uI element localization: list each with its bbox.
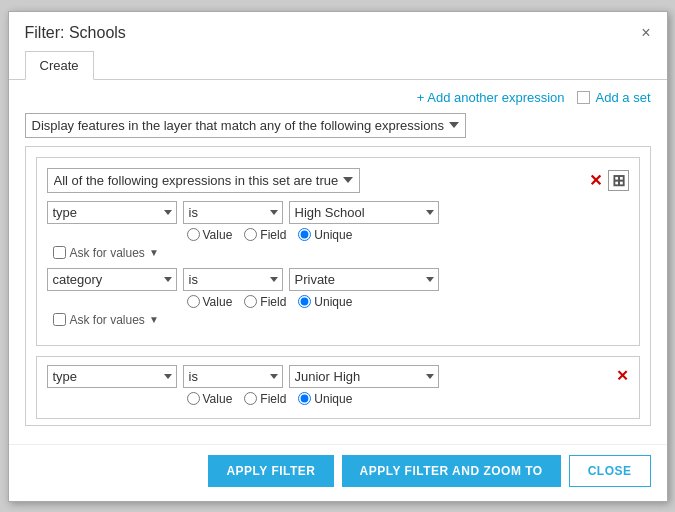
set1-expr1-ask-row: Ask for values ▼ [47, 246, 629, 260]
set1-expr2-radio-unique[interactable]: Unique [298, 295, 352, 309]
set2-expr1-radio-field[interactable]: Field [244, 392, 286, 406]
match-select[interactable]: Display features in the layer that match… [25, 113, 466, 138]
apply-filter-zoom-button[interactable]: APPLY FILTER AND ZOOM TO [342, 455, 561, 487]
close-x-icon[interactable]: × [641, 25, 650, 41]
set2-expr1-radio-unique[interactable]: Unique [298, 392, 352, 406]
set1-expr1-ask-label: Ask for values [70, 246, 145, 260]
set1-expr2-ask-checkbox[interactable] [53, 313, 66, 326]
set2-expr1-op[interactable]: is [183, 365, 283, 388]
dialog-title: Filter: Schools [25, 24, 126, 42]
add-set-checkbox-container: Add a set [577, 90, 651, 105]
set2-remove-icon[interactable]: ✕ [616, 367, 629, 385]
set1-expr1-op[interactable]: is [183, 201, 283, 224]
set1-expr2-radio-group: Value Field Unique [53, 295, 629, 309]
scroll-area: All of the following expressions in this… [25, 146, 651, 426]
apply-filter-button[interactable]: APPLY FILTER [208, 455, 333, 487]
add-set-checkbox[interactable] [577, 91, 590, 104]
tab-create[interactable]: Create [25, 51, 94, 80]
set1-expr2-ask-arrow[interactable]: ▼ [149, 314, 159, 325]
set1-remove-icon[interactable]: ✕ [589, 171, 602, 190]
match-row: Display features in the layer that match… [25, 113, 651, 138]
set2-expr1-row: type is Junior High ✕ [47, 365, 629, 388]
set1-controls: ✕ ⊞ [589, 170, 629, 191]
add-set-button[interactable]: Add a set [596, 90, 651, 105]
set1-expr1-radio-unique[interactable]: Unique [298, 228, 352, 242]
set2-expr1-field[interactable]: type [47, 365, 177, 388]
title-bar: Filter: Schools × [9, 12, 667, 50]
set1-container: All of the following expressions in this… [36, 157, 640, 346]
set1-header: All of the following expressions in this… [47, 168, 629, 193]
set1-expr2-radio-field[interactable]: Field [244, 295, 286, 309]
set1-expr1-radio-group: Value Field Unique [53, 228, 629, 242]
filter-dialog: Filter: Schools × Create + Add another e… [8, 11, 668, 502]
toolbar-row: + Add another expression Add a set [25, 90, 651, 105]
tab-bar: Create [9, 50, 667, 80]
set1-expr1-radio-field[interactable]: Field [244, 228, 286, 242]
set1-match-select[interactable]: All of the following expressions in this… [47, 168, 360, 193]
dialog-body: + Add another expression Add a set Displ… [9, 80, 667, 436]
set1-expr1-ask-arrow[interactable]: ▼ [149, 247, 159, 258]
set1-expr1-field[interactable]: type [47, 201, 177, 224]
set1-expr1-ask-checkbox[interactable] [53, 246, 66, 259]
close-button[interactable]: CLOSE [569, 455, 651, 487]
set1-expr1-value[interactable]: High School [289, 201, 439, 224]
set2-container: type is Junior High ✕ Value Field [36, 356, 640, 419]
set2-expr1-radio-value[interactable]: Value [187, 392, 233, 406]
set1-expr2-op[interactable]: is [183, 268, 283, 291]
set1-expr1-radio-value[interactable]: Value [187, 228, 233, 242]
set1-expr2-value[interactable]: Private [289, 268, 439, 291]
set1-expr2-ask-label: Ask for values [70, 313, 145, 327]
set2-expr1-radio-group: Value Field Unique [53, 392, 629, 406]
set1-add-icon[interactable]: ⊞ [608, 170, 629, 191]
set1-expr2-ask-row: Ask for values ▼ [47, 313, 629, 327]
set2-expr1-value[interactable]: Junior High [289, 365, 439, 388]
set1-expr2-field[interactable]: category [47, 268, 177, 291]
set1-expr2-radio-value[interactable]: Value [187, 295, 233, 309]
set1-expr2-row: category is Private [47, 268, 629, 291]
footer-buttons: APPLY FILTER APPLY FILTER AND ZOOM TO CL… [9, 444, 667, 501]
set1-expr1-row: type is High School [47, 201, 629, 224]
add-expression-button[interactable]: + Add another expression [417, 90, 565, 105]
